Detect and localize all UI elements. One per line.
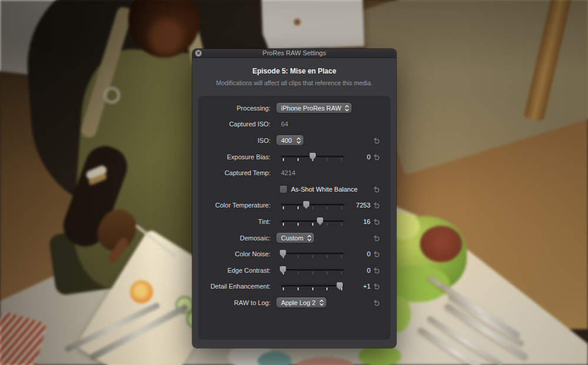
detail-enhancement-reset-button[interactable]: [371, 281, 382, 292]
settings-row-detail-enhancement: Detail Enhancement: +1: [203, 279, 386, 295]
slider-tick: [298, 223, 299, 226]
edge-contrast-value: 0: [347, 267, 370, 274]
updown-chevron-icon: [307, 235, 312, 242]
edge-contrast-reset-button[interactable]: [371, 265, 382, 276]
settings-row-color-temperature: Color Temperature: 7253: [203, 197, 386, 214]
edge-contrast-label: Edge Contrast:: [203, 267, 275, 274]
iso-reset-button[interactable]: [371, 135, 382, 146]
settings-row-tint: Tint: 16: [203, 213, 386, 230]
slider-tick: [283, 223, 284, 226]
processing-popup[interactable]: iPhone ProRes RAW: [276, 103, 352, 113]
slider-tick: [298, 272, 299, 274]
slider-thumb[interactable]: [280, 250, 286, 257]
as-shot-white-balance-label: As-Shot White Balance: [291, 186, 358, 193]
reset-icon: [373, 283, 380, 290]
exposure-bias-reset-button[interactable]: [371, 152, 382, 162]
slider-thumb[interactable]: [317, 217, 323, 225]
settings-row-raw-to-log: RAW to Log: Apple Log 2: [203, 294, 386, 311]
window-titlebar[interactable]: ✕ ProRes RAW Settings: [192, 49, 396, 58]
slider-tick: [326, 255, 328, 258]
demosaic-reset-button[interactable]: [371, 233, 382, 243]
captured-iso-value: 64: [281, 120, 288, 128]
reset-icon: [373, 137, 380, 144]
as-shot-white-balance-checkbox[interactable]: [280, 186, 287, 193]
reset-icon: [373, 235, 380, 242]
edge-contrast-slider[interactable]: [281, 266, 344, 275]
slider-tick: [326, 223, 328, 226]
prores-raw-settings-window: ✕ ProRes RAW Settings Episode 5: Mise en…: [192, 49, 396, 348]
slider-tick: [298, 158, 299, 161]
exposure-bias-slider[interactable]: [281, 152, 344, 162]
popup-selected-value: Apple Log 2: [281, 299, 316, 306]
color-noise-slider[interactable]: [281, 249, 344, 259]
slider-tick: [326, 206, 328, 209]
settings-row-color-noise: Color Noise: 0: [203, 246, 386, 262]
close-icon: ✕: [196, 51, 201, 56]
reset-icon: [373, 202, 380, 209]
color-noise-label: Color Noise:: [203, 250, 275, 257]
slider-tick: [298, 206, 299, 209]
reset-icon: [373, 250, 380, 257]
detail-enhancement-slider[interactable]: [281, 282, 344, 291]
slider-tick: [283, 158, 284, 161]
popup-selected-value: 400: [281, 137, 292, 144]
iso-label: ISO:: [203, 137, 275, 144]
tint-reset-button[interactable]: [371, 216, 382, 227]
slider-tick: [283, 287, 284, 290]
reset-icon: [373, 153, 380, 160]
modifications-note: Modifications will affect all clips that…: [192, 79, 396, 87]
settings-row-processing: Processing: iPhone ProRes RAW: [203, 100, 386, 116]
slider-tick: [341, 272, 342, 274]
slider-tick: [326, 272, 328, 274]
settings-row-edge-contrast: Edge Contrast: 0: [203, 262, 386, 279]
slider-tick: [312, 272, 313, 274]
reset-icon: [373, 186, 380, 193]
as-shot-white-balance-reset-button[interactable]: [371, 184, 382, 195]
updown-chevron-icon: [319, 299, 324, 306]
slider-tick: [326, 158, 328, 161]
exposure-bias-value: 0: [347, 153, 370, 160]
settings-row-demosaic: Demosaic: Custom: [203, 230, 386, 246]
slider-track: [281, 269, 344, 271]
slider-tick: [312, 223, 313, 226]
demosaic-label: Demosaic:: [203, 235, 275, 242]
color-temperature-reset-button[interactable]: [371, 200, 382, 210]
slider-track: [281, 204, 344, 206]
slider-tick: [341, 223, 342, 226]
screenshot-root: ✕ ProRes RAW Settings Episode 5: Mise en…: [0, 0, 588, 365]
color-temperature-value: 7253: [347, 202, 370, 209]
settings-panel: Processing: iPhone ProRes RAW Captured I…: [198, 96, 390, 340]
slider-tick: [283, 206, 284, 209]
clip-title: Episode 5: Mise en Place: [192, 66, 396, 76]
slider-tick: [312, 206, 313, 209]
captured-iso-label: Captured ISO:: [203, 120, 275, 128]
raw-to-log-popup[interactable]: Apple Log 2: [276, 297, 326, 307]
raw-to-log-reset-button[interactable]: [371, 297, 382, 308]
reset-icon: [373, 267, 380, 274]
exposure-bias-label: Exposure Bias:: [203, 153, 275, 160]
settings-row-captured-temp: Captured Temp: 4214: [203, 165, 386, 181]
color-temperature-slider[interactable]: [281, 200, 344, 210]
slider-track: [281, 285, 344, 287]
color-temperature-label: Color Temperature:: [203, 202, 275, 209]
color-noise-reset-button[interactable]: [371, 249, 382, 259]
slider-track: [281, 253, 344, 255]
settings-row-iso: ISO: 400: [203, 132, 386, 149]
settings-row-captured-iso: Captured ISO: 64: [203, 116, 386, 133]
slider-tick: [312, 287, 313, 290]
demosaic-popup[interactable]: Custom: [276, 233, 314, 243]
detail-enhancement-label: Detail Enhancement:: [203, 283, 275, 290]
slider-thumb[interactable]: [303, 201, 309, 209]
popup-selected-value: Custom: [281, 235, 303, 242]
slider-tick: [341, 255, 342, 258]
iso-popup[interactable]: 400: [276, 135, 303, 145]
slider-thumb[interactable]: [309, 153, 316, 160]
slider-tick: [298, 287, 299, 290]
slider-thumb[interactable]: [280, 266, 286, 274]
processing-label: Processing:: [203, 105, 275, 112]
captured-temp-label: Captured Temp:: [203, 169, 275, 176]
close-button[interactable]: ✕: [195, 50, 202, 56]
popup-selected-value: iPhone ProRes RAW: [281, 105, 341, 112]
tint-slider[interactable]: [281, 217, 344, 226]
tint-label: Tint:: [203, 218, 275, 225]
